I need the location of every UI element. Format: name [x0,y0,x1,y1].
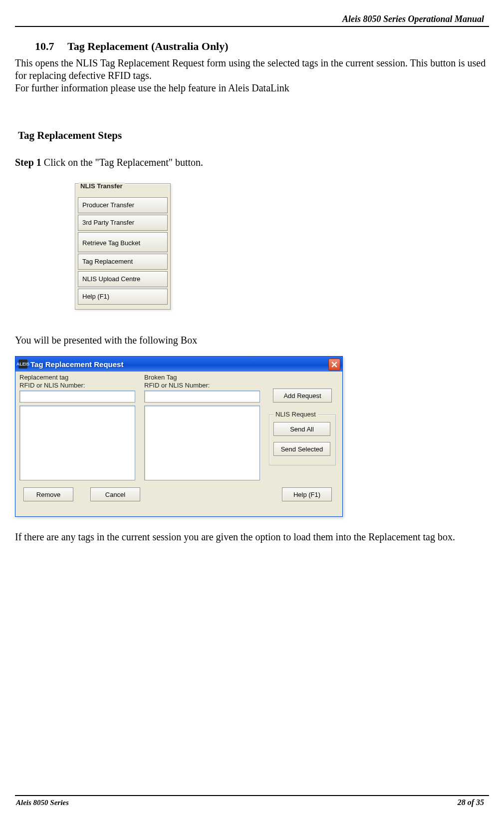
nlis-menu-legend: NLIS Transfer [78,182,125,190]
tag-replacement-dialog: ALEIS Tag Replacement Request Replacemen… [15,356,343,517]
menu-nlis-upload-centre-button[interactable]: NLIS Upload Centre [78,271,168,287]
step-1-line: Step 1 Click on the "Tag Replacement" bu… [15,157,489,168]
replacement-tag-label-1: Replacement tag [19,374,68,381]
footer-left: Aleis 8050 Series [16,799,69,807]
section-intro-1: This opens the NLIS Tag Replacement Requ… [15,57,489,82]
nlis-menu-panel: NLIS Transfer Producer Transfer 3rd Part… [75,183,171,310]
send-selected-button[interactable]: Send Selected [273,442,330,456]
steps-heading: Tag Replacement Steps [18,129,489,142]
broken-tag-input[interactable] [144,391,260,403]
broken-tag-label-1: Broken Tag [144,374,177,381]
broken-tag-list[interactable] [144,406,260,480]
send-all-button[interactable]: Send All [273,422,330,436]
nlis-menu-legend-wrap: NLIS Transfer [75,187,170,196]
follow-text: If there are any tags in the current ses… [15,531,489,543]
close-icon [331,362,337,368]
close-button[interactable] [328,359,340,371]
broken-tag-label-2: RFID or NLIS Number: [144,382,210,389]
present-line: You will be presented with the following… [15,335,489,346]
replacement-tag-list[interactable] [19,406,135,480]
dialog-titlebar: ALEIS Tag Replacement Request [15,357,342,372]
footer-right: 28 of 35 [458,798,484,807]
menu-producer-transfer-button[interactable]: Producer Transfer [78,197,168,213]
remove-button[interactable]: Remove [23,487,73,501]
nlis-request-group: NLIS Request Send All Send Selected [269,414,336,465]
dialog-body: Replacement tag RFID or NLIS Number: Bro… [15,372,342,516]
footer-rule [15,795,489,796]
nlis-request-group-label: NLIS Request [273,410,318,418]
section-title: Tag Replacement (Australia Only) [67,40,228,52]
add-request-button[interactable]: Add Request [273,389,332,403]
step-1-label: Step 1 [15,157,41,168]
menu-3rd-party-transfer-button[interactable]: 3rd Party Transfer [78,215,168,231]
header-doc-title: Aleis 8050 Series Operational Manual [342,14,484,24]
section-heading: 10.7 Tag Replacement (Australia Only) [35,40,489,53]
menu-retrieve-tag-bucket-button[interactable]: Retrieve Tag Bucket [78,232,168,252]
app-icon: ALEIS [18,360,27,369]
replacement-tag-input[interactable] [19,391,135,403]
help-button[interactable]: Help (F1) [282,487,332,501]
header-rule [15,26,489,27]
step-1-text: Click on the "Tag Replacement" button. [41,157,203,168]
menu-tag-replacement-button[interactable]: Tag Replacement [78,254,168,270]
menu-help-button[interactable]: Help (F1) [78,289,168,305]
replacement-tag-label-2: RFID or NLIS Number: [19,382,85,389]
dialog-title: Tag Replacement Request [30,360,123,369]
cancel-button[interactable]: Cancel [90,487,140,501]
section-intro-2: For further information please use the h… [15,82,489,94]
section-number: 10.7 [35,40,65,53]
